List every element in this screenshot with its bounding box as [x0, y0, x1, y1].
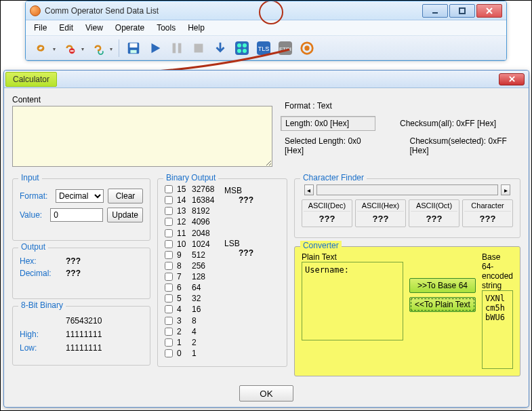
bit-index: 9 [177, 250, 192, 261]
download-icon[interactable] [211, 39, 230, 58]
bit-weight: 4 [192, 327, 224, 338]
bit-weight: 128 [192, 272, 224, 283]
bit-weight: 2 [192, 338, 224, 349]
bit-checkbox[interactable] [165, 349, 173, 357]
svg-rect-12 [195, 43, 203, 52]
bit-weight: 32 [192, 294, 224, 305]
svg-point-16 [237, 49, 241, 53]
link-remove-icon[interactable]: ▾ [60, 39, 79, 58]
play-icon[interactable] [146, 39, 165, 58]
bit-index: 4 [177, 305, 192, 315]
bit-checkbox[interactable] [165, 218, 173, 226]
low-value: 11111111 [66, 343, 102, 353]
bit-weight: 4096 [192, 217, 224, 228]
ok-button[interactable]: OK [239, 385, 293, 402]
link-refresh-icon[interactable]: ▾ [88, 39, 107, 58]
value-field-label: Value: [20, 210, 46, 220]
svg-rect-8 [130, 50, 136, 53]
decimal-value: ??? [66, 269, 81, 278]
tls-icon[interactable]: TLS [254, 39, 273, 58]
clear-button[interactable]: Clear [108, 189, 143, 203]
bit-checkbox[interactable] [165, 185, 173, 193]
ftdi-icon[interactable]: FTDI [276, 39, 295, 58]
content-textarea[interactable] [12, 106, 272, 167]
app-icon [30, 5, 41, 16]
bit-checkbox[interactable] [165, 305, 173, 313]
hex-value: ??? [66, 256, 81, 266]
format-panel: Format : Text Length: 0x0 [Hex] Checksum… [281, 95, 520, 169]
menu-file[interactable]: File [34, 23, 47, 33]
length-value: Length: 0x0 [Hex] [281, 116, 375, 131]
plain-text-input[interactable] [302, 262, 403, 340]
target-icon[interactable] [298, 39, 316, 58]
menu-operate[interactable]: Operate [115, 23, 144, 33]
menu-view[interactable]: View [85, 23, 103, 33]
base64-input[interactable] [482, 290, 513, 369]
svg-rect-1 [459, 8, 465, 14]
checksum-selected-value: Checksum(selected): 0xFF [Hex] [405, 134, 520, 157]
close-button[interactable] [476, 4, 502, 18]
bit-checkbox[interactable] [165, 251, 173, 259]
menu-help[interactable]: Help [188, 23, 205, 33]
dialog-title: Calculator [5, 72, 57, 87]
svg-point-14 [237, 43, 241, 47]
plain-text-label: Plain Text [302, 252, 403, 262]
value-input[interactable] [50, 208, 103, 222]
bit-checkbox[interactable] [165, 262, 173, 270]
character-finder-group: Character Finder ◂ ▸ ASCII(Dec)??? ASCII… [294, 178, 520, 238]
bit-checkbox[interactable] [165, 240, 173, 248]
high-value: 11111111 [66, 330, 102, 339]
bit-index: 7 [177, 272, 192, 283]
lsb-label: LSB [224, 239, 268, 248]
dialog-close-button[interactable] [499, 73, 525, 85]
bit-checkbox[interactable] [165, 196, 173, 204]
slider-right-button[interactable]: ▸ [501, 184, 510, 195]
link-icon[interactable]: ▾ [31, 39, 50, 58]
bit-index: 3 [177, 316, 192, 327]
ascii-dec-col: ASCII(Dec)??? [302, 199, 352, 227]
to-base64-button[interactable]: >>To Base 64 [409, 278, 476, 293]
bit-checkbox[interactable] [165, 229, 173, 237]
bit-checkbox[interactable] [165, 328, 173, 336]
bit-checkbox[interactable] [165, 338, 173, 347]
bit-weight: 1 [192, 349, 224, 359]
content-label: Content [12, 95, 272, 104]
bit-checkbox[interactable] [165, 207, 173, 215]
svg-rect-13 [235, 41, 249, 55]
calculator-dialog: Calculator Content Format : Text Length:… [3, 70, 529, 408]
slider-track[interactable] [316, 184, 498, 195]
to-plain-text-button[interactable]: <<To Plain Text [409, 297, 476, 312]
low-label: Low: [20, 343, 62, 353]
stop-icon[interactable] [189, 39, 208, 58]
output-legend: Output [18, 242, 48, 252]
svg-text:TLS: TLS [258, 45, 270, 52]
eightbit-header: 76543210 [66, 316, 102, 326]
bit-checkbox[interactable] [165, 294, 173, 302]
calculator-icon[interactable] [232, 39, 251, 58]
svg-point-23 [304, 45, 309, 50]
minimize-button[interactable] [422, 4, 448, 18]
bit-checkbox[interactable] [165, 317, 173, 325]
ascii-hex-col: ASCII(Hex)??? [355, 199, 406, 227]
msb-unknown: ??? [224, 195, 268, 205]
bit-weight: 64 [192, 283, 224, 294]
update-button[interactable]: Update [107, 208, 143, 222]
bit-checkbox[interactable] [165, 273, 173, 281]
bit-table: 1532768141638413819212409611204810102495… [165, 184, 224, 359]
menu-edit[interactable]: Edit [59, 23, 73, 33]
bit-checkbox[interactable] [165, 283, 173, 292]
format-select[interactable]: Decimal [56, 189, 104, 203]
window-title: Comm Operator Send Data List [45, 6, 159, 16]
decimal-label: Decimal: [20, 269, 62, 278]
titlebar: Comm Operator Send Data List [26, 1, 506, 20]
slider-left-button[interactable]: ◂ [304, 184, 314, 195]
bit-weight: 16384 [192, 195, 224, 206]
binary-output-legend: Binary Output [163, 173, 218, 182]
bit-index: 11 [177, 229, 192, 239]
menu-tools[interactable]: Tools [157, 23, 176, 33]
maximize-button[interactable] [449, 4, 475, 18]
msb-label: MSB [224, 186, 268, 195]
save-icon[interactable] [124, 39, 143, 58]
pause-icon[interactable] [167, 39, 186, 58]
bit-weight: 32768 [192, 184, 224, 195]
